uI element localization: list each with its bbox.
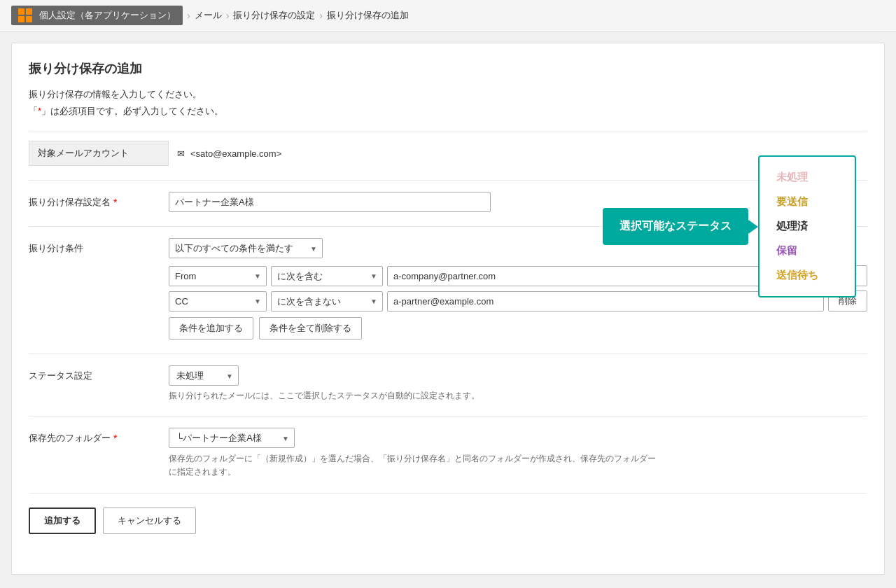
required-star: * bbox=[38, 106, 41, 116]
condition-op-select-2[interactable]: に次を含む に次を含まない が次と等しい が次で始まる bbox=[271, 291, 383, 312]
condition-op-select-1[interactable]: に次を含む に次を含まない が次と等しい が次で始まる bbox=[271, 266, 383, 286]
status-hint: 振り分けられたメールには、ここで選択したステータスが自動的に設定されます。 bbox=[169, 390, 867, 402]
status-controls: 未処理 要送信 処理済 保留 送信待ち 振り分けられたメールには、ここで選択した… bbox=[169, 365, 867, 402]
submit-button[interactable]: 追加する bbox=[29, 507, 96, 534]
cancel-button[interactable]: キャンセルする bbox=[103, 507, 196, 534]
folder-label: 保存先のフォルダー * bbox=[29, 428, 169, 444]
match-type-select[interactable]: 以下のすべての条件を満たす 以下のいずれかの条件を満たす bbox=[169, 238, 323, 258]
tooltip-container: 選択可能なステータス 未処理 要送信 処理済 保留 送信待ち bbox=[603, 155, 856, 298]
settings-icon bbox=[18, 8, 32, 22]
condition-label: 振り分け条件 bbox=[29, 238, 169, 255]
folder-row: 保存先のフォルダー * （新規作成） └パートナー企業A様 保存先のフォルダーに… bbox=[29, 416, 867, 479]
svg-rect-2 bbox=[18, 16, 24, 22]
condition-field-wrapper-2: From To CC Subject bbox=[169, 291, 267, 312]
breadcrumb-label-settings: 個人設定（各アプリケーション） bbox=[39, 9, 176, 22]
folder-select-wrapper: （新規作成） └パートナー企業A様 bbox=[169, 428, 295, 448]
match-type-wrapper: 以下のすべての条件を満たす 以下のいずれかの条件を満たす bbox=[169, 238, 323, 258]
breadcrumb-sep-3: › bbox=[319, 10, 323, 21]
bottom-actions: 追加する キャンセルする bbox=[29, 493, 867, 534]
name-required-star: * bbox=[113, 197, 117, 208]
breadcrumb-item-mail[interactable]: メール bbox=[195, 9, 222, 22]
breadcrumb-sep-1: › bbox=[187, 10, 190, 21]
breadcrumb-item-add[interactable]: 振り分け保存の追加 bbox=[327, 9, 409, 22]
clear-conditions-button[interactable]: 条件を全て削除する bbox=[259, 317, 362, 340]
condition-actions: 条件を追加する 条件を全て削除する bbox=[169, 317, 867, 340]
tooltip-arrow bbox=[748, 220, 758, 234]
breadcrumb-item-sort-settings[interactable]: 振り分け保存の設定 bbox=[233, 9, 315, 22]
tooltip-status-processed: 処理済 bbox=[776, 214, 838, 239]
breadcrumb-label-sort-settings: 振り分け保存の設定 bbox=[233, 9, 315, 22]
tooltip-status-tosend: 要送信 bbox=[776, 190, 838, 214]
page-title: 振り分け保存の追加 bbox=[29, 60, 867, 77]
condition-field-select-2[interactable]: From To CC Subject bbox=[169, 291, 267, 312]
folder-hint: 保存先のフォルダーに「（新規作成）」を選んだ場合、「振り分け保存名」と同名のフォ… bbox=[169, 452, 659, 479]
folder-controls: （新規作成） └パートナー企業A様 保存先のフォルダーに「（新規作成）」を選んだ… bbox=[169, 428, 867, 479]
status-label: ステータス設定 bbox=[29, 365, 169, 382]
description: 振り分け保存の情報を入力してください。 bbox=[29, 88, 867, 101]
breadcrumb-label-add: 振り分け保存の追加 bbox=[327, 9, 409, 22]
svg-rect-3 bbox=[26, 16, 32, 22]
status-row: ステータス設定 未処理 要送信 処理済 保留 送信待ち 振り分けられたメールには… bbox=[29, 354, 867, 402]
name-label: 振り分け保存設定名 * bbox=[29, 192, 169, 209]
add-condition-button[interactable]: 条件を追加する bbox=[169, 317, 253, 340]
tooltip-status-unprocessed: 未処理 bbox=[776, 165, 838, 190]
account-value: ✉ <sato@example.com> bbox=[169, 143, 290, 164]
condition-field-select-1[interactable]: From To CC Subject bbox=[169, 266, 267, 286]
name-input[interactable] bbox=[169, 192, 491, 212]
breadcrumb-label-mail: メール bbox=[195, 9, 222, 22]
tooltip-box: 選択可能なステータス bbox=[603, 208, 748, 245]
main-content: 振り分け保存の追加 振り分け保存の情報を入力してください。 「*」は必須項目です… bbox=[11, 43, 885, 575]
mail-icon: ✉ bbox=[177, 148, 185, 159]
tooltip-panel: 未処理 要送信 処理済 保留 送信待ち bbox=[758, 155, 856, 298]
tooltip-status-hold: 保留 bbox=[776, 239, 838, 263]
required-note: 「*」は必須項目です。必ず入力してください。 bbox=[29, 105, 867, 118]
condition-field-wrapper-1: From To CC Subject bbox=[169, 266, 267, 286]
svg-rect-1 bbox=[26, 8, 32, 15]
status-select[interactable]: 未処理 要送信 処理済 保留 送信待ち bbox=[169, 365, 239, 386]
tooltip-status-pending: 送信待ち bbox=[776, 263, 838, 288]
breadcrumb-sep-2: › bbox=[226, 10, 230, 21]
account-email: <sato@example.com> bbox=[190, 148, 281, 159]
breadcrumb-item-settings[interactable]: 個人設定（各アプリケーション） bbox=[11, 6, 183, 25]
svg-rect-0 bbox=[18, 8, 24, 15]
condition-op-wrapper-2: に次を含む に次を含まない が次と等しい が次で始まる bbox=[271, 291, 383, 312]
account-label: 対象メールアカウント bbox=[29, 141, 169, 166]
status-select-wrapper: 未処理 要送信 処理済 保留 送信待ち bbox=[169, 365, 239, 386]
folder-required-star: * bbox=[113, 433, 117, 444]
breadcrumb: 個人設定（各アプリケーション） › メール › 振り分け保存の設定 › 振り分け… bbox=[0, 0, 896, 31]
folder-select[interactable]: （新規作成） └パートナー企業A様 bbox=[169, 428, 295, 448]
condition-op-wrapper-1: に次を含む に次を含まない が次と等しい が次で始まる bbox=[271, 266, 383, 286]
